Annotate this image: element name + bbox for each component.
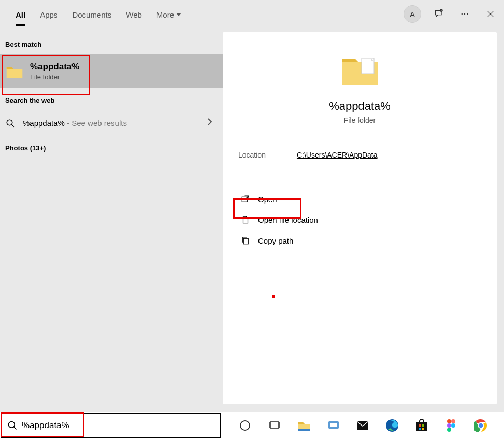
svg-point-8 <box>9 422 15 428</box>
preview-folder-icon <box>340 53 380 89</box>
tab-more-label: More <box>156 10 174 19</box>
copy-path-label: Copy path <box>258 236 293 245</box>
svg-rect-11 <box>298 429 310 431</box>
search-icon <box>5 118 16 129</box>
tabs-row: All Apps Documents Web More A <box>0 0 504 28</box>
tab-all[interactable]: All <box>8 2 33 26</box>
open-file-location-action[interactable]: Open file location <box>238 209 481 230</box>
search-panel: All Apps Documents Web More A Best match <box>0 0 504 412</box>
svg-rect-16 <box>416 422 427 431</box>
svg-point-23 <box>447 423 451 428</box>
caret-down-icon <box>176 13 181 16</box>
folder-icon <box>5 63 24 80</box>
location-value[interactable]: C:\Users\ACER\AppData <box>297 151 378 159</box>
app-icon-1[interactable] <box>323 415 344 436</box>
svg-rect-18 <box>422 424 424 427</box>
close-icon[interactable] <box>482 6 499 22</box>
svg-point-2 <box>464 13 465 15</box>
chrome-icon[interactable] <box>470 415 491 436</box>
feedback-icon[interactable] <box>430 6 447 22</box>
content-row: Best match %appdata% File folder Search … <box>0 28 504 412</box>
best-match-header: Best match <box>0 32 223 54</box>
avatar[interactable]: A <box>404 5 421 23</box>
result-text: %appdata% File folder <box>30 62 218 81</box>
svg-rect-13 <box>330 423 337 427</box>
svg-rect-7 <box>243 238 248 244</box>
topbar-actions: A <box>404 0 499 28</box>
preview-title: %appdata% <box>238 100 481 113</box>
web-query: %appdata% <box>23 119 65 128</box>
annotation-dot <box>272 295 275 298</box>
svg-rect-10 <box>270 422 279 428</box>
folder-location-icon <box>240 215 251 225</box>
search-icon <box>7 420 18 431</box>
svg-point-22 <box>451 419 455 423</box>
taskbar-search-box[interactable] <box>1 413 221 438</box>
svg-point-3 <box>467 13 468 15</box>
svg-rect-17 <box>419 424 421 427</box>
web-result-text: %appdata% - See web results <box>23 119 200 128</box>
edge-icon[interactable] <box>382 415 402 436</box>
divider <box>238 177 481 177</box>
file-explorer-icon[interactable] <box>294 415 314 436</box>
svg-point-4 <box>7 120 12 125</box>
open-icon <box>240 194 251 204</box>
store-icon[interactable] <box>411 415 432 436</box>
svg-point-1 <box>462 13 463 15</box>
svg-rect-19 <box>419 428 421 430</box>
tab-more[interactable]: More <box>149 2 189 26</box>
search-input[interactable] <box>22 420 214 431</box>
result-title: %appdata% <box>30 62 218 72</box>
chevron-right-icon <box>207 118 218 129</box>
web-suffix: - See web results <box>65 119 127 128</box>
result-subtitle: File folder <box>30 73 218 81</box>
figma-icon[interactable] <box>441 415 462 436</box>
results-column: Best match %appdata% File folder Search … <box>0 28 223 412</box>
tab-documents[interactable]: Documents <box>65 2 119 26</box>
svg-point-25 <box>447 428 451 432</box>
location-row: Location C:\Users\ACER\AppData <box>238 151 481 159</box>
svg-point-24 <box>451 423 455 428</box>
task-view-icon[interactable] <box>264 415 285 436</box>
taskbar <box>0 412 504 439</box>
copy-path-action[interactable]: Copy path <box>238 230 481 251</box>
mail-icon[interactable] <box>352 415 373 436</box>
web-result[interactable]: %appdata% - See web results <box>0 110 223 136</box>
tab-apps[interactable]: Apps <box>33 2 65 26</box>
svg-rect-20 <box>422 428 424 430</box>
cortana-icon[interactable] <box>235 415 255 436</box>
preview-subtitle: File folder <box>238 116 481 124</box>
search-web-header: Search the web <box>0 88 223 110</box>
open-action[interactable]: Open <box>238 189 481 209</box>
best-match-result[interactable]: %appdata% File folder <box>0 54 223 88</box>
taskbar-icons <box>222 415 504 436</box>
open-label: Open <box>258 195 277 204</box>
location-label: Location <box>238 151 266 159</box>
preview-pane: %appdata% File folder Location C:\Users\… <box>223 32 497 404</box>
svg-point-9 <box>240 421 250 430</box>
copy-icon <box>240 235 251 246</box>
svg-point-21 <box>447 419 451 423</box>
more-icon[interactable] <box>456 6 473 22</box>
open-location-label: Open file location <box>258 216 318 224</box>
divider <box>238 139 481 139</box>
tab-web[interactable]: Web <box>119 2 149 26</box>
photos-header[interactable]: Photos (13+) <box>0 136 223 158</box>
